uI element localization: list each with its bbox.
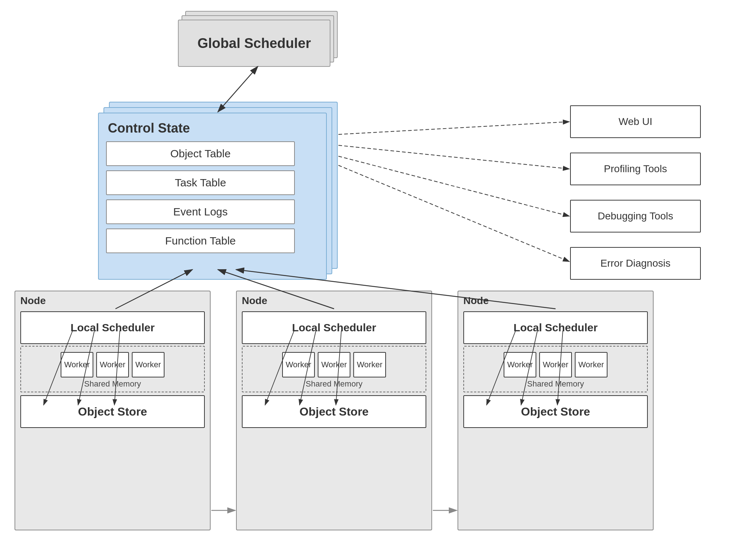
node-1-local-scheduler: Local Scheduler: [20, 311, 205, 344]
node-3-worker-3: Worker: [575, 352, 607, 377]
node-2-label: Node: [237, 291, 431, 308]
node-1-label: Node: [15, 291, 210, 308]
node-3-object-store: Object Store: [463, 395, 648, 428]
node-2-shared-memory-label: Shared Memory: [244, 379, 424, 389]
node-2: Node Local Scheduler Worker Worker Worke…: [236, 291, 432, 530]
global-scheduler-label: Global Scheduler: [198, 36, 311, 51]
web-ui-label: Web UI: [619, 116, 653, 128]
table-task: Task Table: [106, 170, 295, 195]
node-3-worker-1: Worker: [504, 352, 536, 377]
node-3-shared-memory-border: Worker Worker Worker Shared Memory: [463, 346, 648, 392]
table-event-logs: Event Logs: [106, 199, 295, 224]
node-1-shared-memory-border: Worker Worker Worker Shared Memory: [20, 346, 205, 392]
debugging-tools-box: Debugging Tools: [570, 200, 701, 232]
node-2-workers-row: Worker Worker Worker: [249, 352, 419, 377]
cs-to-profiling-arrow: [338, 145, 569, 169]
table-object: Object Table: [106, 141, 295, 166]
node-1-worker-3: Worker: [132, 352, 164, 377]
node-1-workers-row: Worker Worker Worker: [28, 352, 197, 377]
node-1-worker-1: Worker: [61, 352, 93, 377]
node-3-label: Node: [458, 291, 653, 308]
architecture-diagram: Global Scheduler Control State Object Ta…: [0, 0, 756, 550]
gs-card-front: Global Scheduler: [178, 20, 330, 67]
cs-card-front: Control State Object Table Task Table Ev…: [98, 113, 327, 280]
node-1-shared-memory-label: Shared Memory: [23, 379, 202, 389]
table-function: Function Table: [106, 229, 295, 253]
node-3-worker-2: Worker: [539, 352, 572, 377]
node-2-worker-3: Worker: [353, 352, 386, 377]
node-1: Node Local Scheduler Worker Worker Worke…: [15, 291, 211, 530]
error-diagnosis-label: Error Diagnosis: [601, 258, 671, 269]
error-diagnosis-box: Error Diagnosis: [570, 247, 701, 280]
node-2-shared-memory-border: Worker Worker Worker Shared Memory: [242, 346, 426, 392]
node-3-local-scheduler: Local Scheduler: [463, 311, 648, 344]
node-2-local-scheduler: Local Scheduler: [242, 311, 426, 344]
cs-to-debugging-arrow: [338, 156, 569, 216]
cs-to-error-arrow: [338, 165, 569, 262]
node-1-object-store: Object Store: [20, 395, 205, 428]
debugging-tools-label: Debugging Tools: [598, 210, 673, 222]
node-2-object-store: Object Store: [242, 395, 426, 428]
node-1-worker-2: Worker: [96, 352, 129, 377]
node-2-worker-1: Worker: [282, 352, 315, 377]
node-3-workers-row: Worker Worker Worker: [471, 352, 640, 377]
node-3: Node Local Scheduler Worker Worker Worke…: [458, 291, 654, 530]
node-2-worker-2: Worker: [318, 352, 350, 377]
cs-to-webui-arrow: [338, 122, 569, 134]
web-ui-box: Web UI: [570, 105, 701, 138]
control-state-title: Control State: [106, 121, 319, 136]
profiling-tools-label: Profiling Tools: [604, 163, 667, 175]
node-3-shared-memory-label: Shared Memory: [466, 379, 645, 389]
profiling-tools-box: Profiling Tools: [570, 153, 701, 185]
